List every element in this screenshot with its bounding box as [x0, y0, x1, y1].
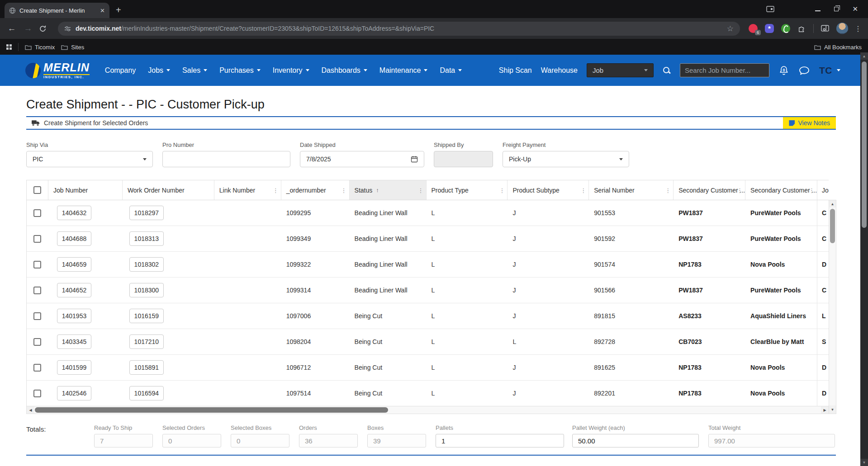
- column-header-link-number[interactable]: Link Number: [214, 180, 281, 200]
- all-bookmarks-button[interactable]: All Bookmarks: [814, 44, 862, 51]
- extension-settings-icon[interactable]: *: [764, 24, 774, 33]
- column-header-serial-number[interactable]: Serial Number: [588, 180, 673, 200]
- row-checkbox[interactable]: [33, 235, 41, 243]
- tab-close-icon[interactable]: ✕: [100, 7, 105, 14]
- menu-inventory[interactable]: Inventory: [273, 66, 309, 75]
- column-header-job-number[interactable]: Job Number: [48, 180, 122, 200]
- work-order-pill[interactable]: 1015891: [129, 360, 164, 375]
- column-header-work-order-number[interactable]: Work Order Number: [122, 180, 214, 200]
- chat-icon[interactable]: [798, 65, 810, 76]
- row-checkbox[interactable]: [33, 338, 41, 346]
- work-order-pill[interactable]: 1016594: [129, 386, 164, 400]
- column-menu-icon[interactable]: [341, 187, 347, 193]
- menu-data[interactable]: Data: [440, 66, 462, 75]
- job-number-pill[interactable]: 1403345: [57, 334, 91, 349]
- vertical-scroll-thumb[interactable]: [830, 209, 835, 243]
- row-checkbox[interactable]: [33, 312, 41, 320]
- menu-company[interactable]: Company: [105, 66, 136, 75]
- view-notes-button[interactable]: View Notes: [783, 117, 836, 129]
- window-minimize-button[interactable]: [815, 5, 821, 13]
- row-checkbox[interactable]: [33, 287, 41, 294]
- menu-jobs[interactable]: Jobs: [148, 66, 170, 75]
- warehouse-link[interactable]: Warehouse: [541, 66, 578, 75]
- ship-scan-link[interactable]: Ship Scan: [499, 66, 532, 75]
- job-number-pill[interactable]: 1401953: [57, 309, 91, 323]
- window-restore-button[interactable]: [834, 5, 839, 13]
- page-scroll-up-icon[interactable]: ▲: [860, 52, 868, 60]
- window-close-button[interactable]: ✕: [852, 5, 858, 13]
- column-header-product-subtype[interactable]: Product Subtype: [507, 180, 588, 200]
- row-checkbox[interactable]: [33, 209, 41, 217]
- column-menu-icon[interactable]: [809, 187, 815, 193]
- job-search-input[interactable]: [680, 63, 769, 77]
- scroll-left-icon[interactable]: ◀: [27, 406, 34, 414]
- forward-button[interactable]: →: [23, 24, 33, 33]
- site-settings-icon[interactable]: [64, 25, 71, 32]
- column-menu-icon[interactable]: [418, 187, 424, 193]
- work-order-pill[interactable]: 1018297: [129, 206, 164, 220]
- bookmark-folder-ticomix[interactable]: Ticomix: [25, 44, 55, 51]
- reload-button[interactable]: [39, 25, 50, 33]
- freight-payment-select[interactable]: Pick-Up: [503, 151, 629, 167]
- new-tab-button[interactable]: +: [116, 5, 121, 15]
- work-order-pill[interactable]: 1017210: [129, 334, 164, 349]
- column-header-status[interactable]: Status↑: [349, 180, 426, 200]
- job-number-pill[interactable]: 1404659: [57, 257, 91, 272]
- row-checkbox[interactable]: [33, 261, 41, 268]
- notifications-bell-icon[interactable]: 0: [778, 65, 789, 76]
- create-shipment-button[interactable]: Create Shipment for Selected Orders: [32, 119, 148, 127]
- column-header-secondary-customer-1[interactable]: Secondary Customer ...: [673, 180, 745, 200]
- page-scroll-thumb[interactable]: [862, 61, 867, 228]
- job-number-pill[interactable]: 1401599: [57, 360, 91, 375]
- scroll-right-icon[interactable]: ▶: [821, 406, 829, 414]
- menu-purchases[interactable]: Purchases: [219, 66, 261, 75]
- screen-cast-icon[interactable]: [766, 6, 774, 12]
- address-bar[interactable]: dev.ticomix.net/merlinIndustries-master/…: [58, 22, 740, 36]
- search-context-select[interactable]: Job: [587, 63, 654, 77]
- work-order-pill[interactable]: 1016159: [129, 309, 164, 323]
- page-scroll-down-icon[interactable]: ▼: [860, 459, 868, 466]
- grid-horizontal-scrollbar[interactable]: ◀ ▶: [26, 406, 829, 414]
- job-number-pill[interactable]: 1404652: [57, 283, 91, 297]
- calendar-icon[interactable]: [411, 155, 418, 163]
- extension-adblock-icon[interactable]: 6: [748, 24, 758, 33]
- column-menu-icon[interactable]: [273, 187, 279, 193]
- column-menu-icon[interactable]: [580, 187, 586, 193]
- menu-dashboards[interactable]: Dashboards: [322, 66, 367, 75]
- bookmark-star-icon[interactable]: ☆: [727, 24, 734, 33]
- work-order-pill[interactable]: 1018300: [129, 283, 164, 297]
- column-header-clipped[interactable]: Jo: [817, 180, 829, 200]
- user-menu[interactable]: TC: [819, 65, 840, 76]
- row-checkbox[interactable]: [33, 390, 41, 397]
- job-number-pill[interactable]: 1402546: [57, 386, 91, 400]
- back-button[interactable]: ←: [6, 24, 17, 33]
- grid-vertical-scrollbar[interactable]: ▲ ▼: [829, 200, 836, 414]
- pro-number-input[interactable]: [162, 151, 290, 167]
- side-panel-icon[interactable]: [820, 24, 830, 33]
- column-menu-icon[interactable]: [665, 187, 671, 193]
- job-number-pill[interactable]: 1404688: [57, 231, 91, 246]
- work-order-pill[interactable]: 1018313: [129, 231, 164, 246]
- horizontal-scroll-thumb[interactable]: [35, 407, 388, 413]
- column-header-secondary-customer-2[interactable]: Secondary Customer ...: [745, 180, 817, 200]
- apps-grid-icon[interactable]: [6, 44, 12, 50]
- browser-tab[interactable]: Create Shipment - Merlin ✕: [5, 3, 109, 18]
- column-header-ordernumber[interactable]: _ordernumber: [281, 180, 349, 200]
- extension-green-icon[interactable]: [781, 24, 791, 33]
- page-scrollbar[interactable]: ▲ ▼: [860, 52, 868, 466]
- column-header-product-type[interactable]: Product Type: [426, 180, 508, 200]
- select-all-checkbox[interactable]: [33, 186, 41, 194]
- ship-via-select[interactable]: PIC: [26, 151, 153, 167]
- scroll-up-icon[interactable]: ▲: [829, 200, 836, 207]
- menu-sales[interactable]: Sales: [182, 66, 207, 75]
- pallet-weight-input[interactable]: 50.00: [572, 434, 699, 447]
- column-menu-icon[interactable]: [737, 187, 743, 193]
- work-order-pill[interactable]: 1018302: [129, 257, 164, 272]
- browser-profile-avatar[interactable]: [836, 23, 848, 34]
- scroll-down-icon[interactable]: ▼: [829, 405, 836, 414]
- bookmark-folder-sites[interactable]: Sites: [61, 44, 84, 51]
- job-number-pill[interactable]: 1404632: [57, 206, 91, 220]
- chrome-menu-icon[interactable]: ⋮: [854, 24, 862, 33]
- row-checkbox[interactable]: [33, 364, 41, 372]
- merlin-logo[interactable]: MERLIN INDUSTRIES, INC.: [25, 62, 90, 79]
